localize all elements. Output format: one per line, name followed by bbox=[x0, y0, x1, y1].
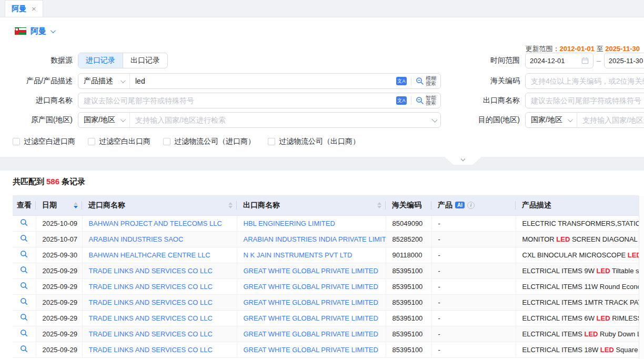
origin-country-type-select[interactable]: 国家/地区 bbox=[78, 113, 130, 127]
filter-blank-exporter-checkbox[interactable]: 过滤空白出口商 bbox=[88, 137, 150, 146]
view-details-button[interactable] bbox=[20, 234, 28, 242]
tab-export-records[interactable]: 出口记录 bbox=[123, 53, 167, 68]
translate-icon[interactable]: 文A bbox=[396, 77, 407, 85]
led-highlight: LED bbox=[556, 235, 570, 243]
exporter-cell: GREAT WHITE GLOBAL PRIVATE LIMITED bbox=[237, 263, 386, 278]
exporter-link[interactable]: N K JAIN INSTRUMENTS PVT LTD bbox=[237, 251, 353, 259]
hs-code-cell: 85049090 bbox=[386, 215, 431, 231]
filter-blank-importer-checkbox[interactable]: 过滤空白进口商 bbox=[13, 137, 75, 146]
update-range-label: 更新范围： bbox=[525, 45, 559, 53]
product-search-input[interactable] bbox=[130, 74, 396, 88]
checkbox-label: 过滤空白出口商 bbox=[99, 137, 150, 146]
exporter-link[interactable]: HBL ENGINEERING LIMITED bbox=[237, 220, 335, 227]
exporter-link[interactable]: GREAT WHITE GLOBAL PRIVATE LIMITED bbox=[237, 283, 378, 291]
translate-icon[interactable]: 文A bbox=[396, 96, 407, 105]
tab-oman[interactable]: 阿曼 × bbox=[5, 0, 43, 17]
search-icon bbox=[416, 77, 424, 85]
tab-label: 阿曼 bbox=[12, 4, 26, 14]
importer-link[interactable]: BAHWAN PROJECT AND TELECOMS LLC bbox=[83, 220, 222, 227]
checkbox-label: 过滤物流公司（进口商） bbox=[174, 137, 255, 146]
close-icon[interactable]: × bbox=[32, 4, 36, 13]
date-from-input[interactable]: 2024-12-01 bbox=[525, 53, 593, 68]
magnifier-icon bbox=[20, 297, 28, 305]
exporter-link[interactable]: GREAT WHITE GLOBAL PRIVATE LIMITED bbox=[237, 330, 378, 338]
view-cell bbox=[13, 215, 36, 231]
exporter-link[interactable]: GREAT WHITE GLOBAL PRIVATE LIMITED bbox=[237, 298, 378, 306]
sort-down-icon bbox=[228, 206, 233, 208]
product-type-select[interactable]: 产品描述 bbox=[78, 74, 130, 88]
date-cell: 2025-09-29 bbox=[36, 294, 82, 310]
filter-logistics-exporter-checkbox[interactable]: 过滤物流公司（出口商） bbox=[268, 137, 360, 146]
origin-country-input[interactable] bbox=[130, 113, 431, 127]
date-to-value: 2025-11-30 bbox=[609, 57, 643, 65]
exporter-link[interactable]: GREAT WHITE GLOBAL PRIVATE LIMITED bbox=[237, 314, 378, 322]
date-cell: 2025-09-29 bbox=[36, 278, 82, 294]
chevron-down-icon bbox=[568, 117, 573, 122]
checkbox-icon bbox=[268, 138, 275, 145]
view-details-button[interactable] bbox=[20, 282, 28, 290]
table-row: 2025-09-29 TRADE LINKS AND SERVICES CO L… bbox=[13, 310, 639, 326]
view-details-button[interactable] bbox=[20, 313, 28, 321]
vertical-scrollbar[interactable] bbox=[639, 196, 644, 359]
date-to-input[interactable]: 2025-11-30 bbox=[604, 53, 644, 68]
chevron-down-icon bbox=[461, 157, 465, 161]
importer-link[interactable]: TRADE LINKS AND SERVICES CO LLC bbox=[83, 314, 213, 322]
destination-country-input[interactable] bbox=[577, 113, 644, 127]
view-details-button[interactable] bbox=[20, 345, 28, 353]
view-details-button[interactable] bbox=[20, 218, 28, 226]
table-header-row: 查看 日期 进口商名称 bbox=[13, 195, 639, 215]
view-details-button[interactable] bbox=[20, 250, 28, 258]
table-row: 2025-09-29 TRADE LINKS AND SERVICES CO L… bbox=[13, 278, 639, 294]
importer-link[interactable]: TRADE LINKS AND SERVICES CO LLC bbox=[83, 283, 213, 291]
info-icon[interactable]: i bbox=[467, 202, 475, 209]
date-cell: 2025-10-09 bbox=[36, 215, 82, 231]
importer-link[interactable]: BAHWAN HEALTHCARE CENTRE LLC bbox=[83, 251, 210, 259]
exporter-link[interactable]: GREAT WHITE GLOBAL PRIVATE LIMITED bbox=[237, 346, 378, 354]
hs-code-cell: 85395100 bbox=[386, 263, 431, 278]
hs-code-cell: 85395100 bbox=[386, 326, 431, 342]
filter-logistics-importer-checkbox[interactable]: 过滤物流公司（进口商） bbox=[163, 137, 255, 146]
importer-link[interactable]: TRADE LINKS AND SERVICES CO LLC bbox=[83, 346, 213, 354]
search-icon bbox=[416, 96, 424, 105]
importer-link[interactable]: TRADE LINKS AND SERVICES CO LLC bbox=[83, 330, 213, 338]
magnifier-icon bbox=[20, 329, 28, 337]
results-summary: 共匹配到586条记录 bbox=[0, 171, 644, 187]
hs-code-input[interactable] bbox=[526, 74, 644, 88]
exporter-cell: N K JAIN INSTRUMENTS PVT LTD bbox=[237, 247, 386, 263]
led-highlight: LED bbox=[597, 314, 610, 322]
view-details-button[interactable] bbox=[20, 266, 28, 274]
view-cell bbox=[13, 231, 36, 247]
importer-link[interactable]: TRADE LINKS AND SERVICES CO LLC bbox=[83, 267, 213, 275]
exporter-link[interactable]: ARABIAN INDUSTRIES INDIA PRIVATE LIMIT..… bbox=[237, 235, 386, 243]
view-details-button[interactable] bbox=[20, 297, 28, 305]
column-product-label: 产品 bbox=[438, 201, 452, 210]
smart-search-button[interactable]: 智能 搜索 bbox=[416, 95, 436, 106]
importer-cell: BAHWAN HEALTHCARE CENTRE LLC bbox=[82, 247, 237, 263]
exporter-link[interactable]: GREAT WHITE GLOBAL PRIVATE LIMITED bbox=[237, 267, 378, 275]
form-row-2: 产品/产品描述 产品描述 文A 模糊 搜索 海关编码 bbox=[0, 73, 644, 89]
led-highlight: LED bbox=[584, 330, 598, 338]
chevron-down-icon bbox=[120, 78, 126, 83]
country-selector[interactable]: 阿曼 bbox=[31, 26, 46, 36]
column-date: 日期 bbox=[36, 195, 82, 215]
sort-date-control[interactable] bbox=[74, 202, 78, 208]
checkbox-icon bbox=[13, 138, 20, 145]
chevron-down-icon[interactable] bbox=[431, 116, 437, 122]
exporter-name-input[interactable] bbox=[526, 93, 644, 108]
importer-link[interactable]: ARABIAN INDUSTRIES SAOC bbox=[83, 235, 184, 243]
fuzzy-search-button[interactable]: 模糊 搜索 bbox=[416, 76, 436, 86]
column-hs-code: 海关编码 bbox=[386, 195, 431, 215]
chevron-down-icon[interactable] bbox=[51, 28, 56, 33]
sort-exporter-control[interactable] bbox=[377, 202, 381, 208]
tab-import-records[interactable]: 进口记录 bbox=[78, 53, 123, 68]
column-description: 产品描述 bbox=[516, 195, 639, 215]
destination-type-select[interactable]: 国家/地区 bbox=[526, 113, 577, 127]
table-row: 2025-10-07 ARABIAN INDUSTRIES SAOC ARABI… bbox=[13, 231, 639, 247]
importer-link[interactable]: TRADE LINKS AND SERVICES CO LLC bbox=[83, 298, 213, 306]
destination-country-label: 目的国(地区) bbox=[441, 115, 520, 125]
view-details-button[interactable] bbox=[20, 329, 28, 337]
table-body: 2025-10-09 BAHWAN PROJECT AND TELECOMS L… bbox=[13, 215, 639, 357]
collapse-panel-button[interactable] bbox=[445, 157, 481, 165]
sort-importer-control[interactable] bbox=[228, 202, 233, 208]
importer-name-input[interactable] bbox=[78, 93, 396, 108]
